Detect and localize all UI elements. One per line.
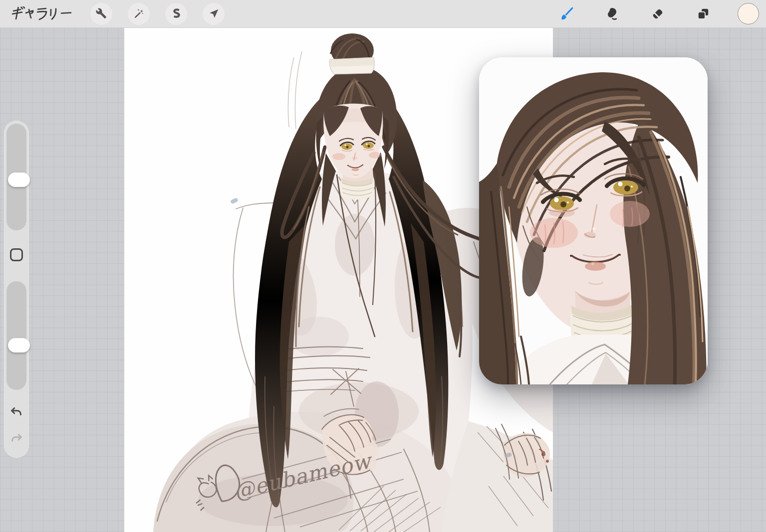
gallery-label-glyphs bbox=[12, 6, 75, 21]
layers-icon bbox=[696, 6, 711, 21]
reference-window[interactable] bbox=[479, 57, 708, 384]
adjustments-button[interactable] bbox=[128, 3, 150, 25]
color-swatch[interactable] bbox=[738, 3, 759, 24]
procreate-app: @eubameow bbox=[0, 0, 766, 532]
eraser-button[interactable] bbox=[647, 3, 669, 25]
modify-button[interactable] bbox=[10, 248, 23, 261]
selection-s-icon bbox=[171, 8, 182, 19]
undo-icon bbox=[8, 415, 25, 423]
actions-button[interactable] bbox=[90, 3, 112, 25]
smudge-button[interactable] bbox=[601, 3, 623, 25]
opacity-slider[interactable] bbox=[6, 281, 26, 390]
transform-arrow-icon bbox=[208, 8, 220, 19]
magic-wand-icon bbox=[133, 8, 145, 19]
selection-button[interactable] bbox=[165, 3, 187, 25]
side-toolbar bbox=[4, 121, 29, 458]
paint-button[interactable] bbox=[556, 3, 578, 25]
wrench-icon bbox=[96, 8, 107, 19]
opacity-handle[interactable] bbox=[8, 338, 30, 353]
redo-icon bbox=[8, 442, 25, 449]
brush-size-handle[interactable] bbox=[8, 173, 30, 187]
paintbrush-icon bbox=[559, 6, 574, 21]
redo-button[interactable] bbox=[8, 431, 25, 448]
reference-face-detail bbox=[479, 57, 708, 384]
transform-button[interactable] bbox=[203, 3, 225, 25]
brush-size-slider[interactable] bbox=[6, 124, 26, 230]
smudge-icon bbox=[605, 6, 620, 21]
gallery-button[interactable]: ギャラリー bbox=[12, 6, 75, 21]
layers-button[interactable] bbox=[692, 3, 714, 25]
eraser-icon bbox=[650, 6, 665, 21]
undo-button[interactable] bbox=[8, 404, 25, 421]
top-toolbar: ギャラリー bbox=[0, 0, 766, 28]
